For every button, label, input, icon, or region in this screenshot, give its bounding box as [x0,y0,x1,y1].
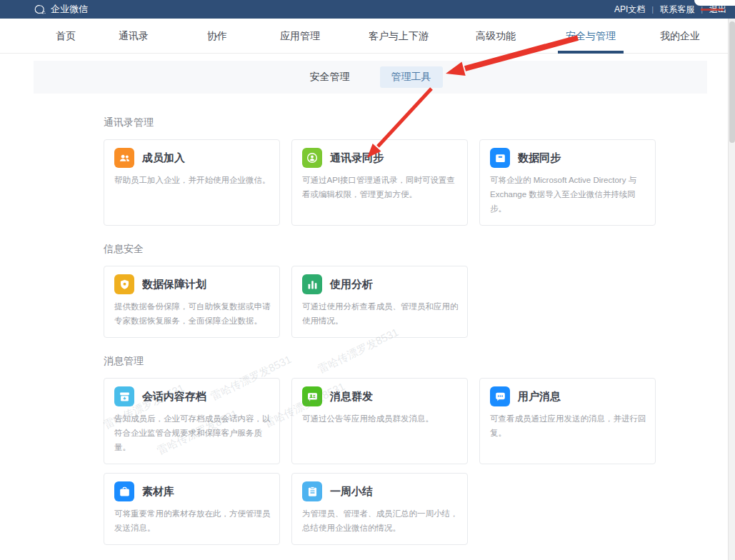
nav-item-apps[interactable]: 应用管理 [280,19,320,53]
archive-box-icon [114,386,134,406]
tab-management-tools[interactable]: 管理工具 [380,66,443,88]
card-desc: 可查看成员通过应用发送的消息，并进行回复。 [490,411,646,440]
card-member-join[interactable]: 成员加入 帮助员工加入企业，并开始使用企业微信。 [104,139,280,226]
card-data-protection-plan[interactable]: 数据保障计划 提供数据备份保障，可自助恢复数据或申请专家数据恢复服务，全面保障企… [104,266,280,338]
drawer-icon [490,148,510,168]
card-title: 用户消息 [518,390,561,404]
nav-item-customers[interactable]: 客户与上下游 [369,19,429,53]
card-title: 数据同步 [518,151,561,165]
card-title: 使用分析 [330,278,373,291]
active-nav-underline [558,51,624,54]
divider: | [651,5,654,14]
wechat-work-bubble-icon [34,4,46,16]
clipboard-icon [302,481,322,501]
nav-item-home[interactable]: 首页 [56,19,76,53]
card-material-library[interactable]: 素材库 可将重要常用的素材存放在此，方便管理员发送消息。 [104,473,280,545]
card-grid: 成员加入 帮助员工加入企业，并开始使用企业微信。 通讯录同步 可通过API接口管… [104,139,656,226]
card-title: 数据保障计划 [142,278,206,291]
card-chat-archive[interactable]: 会话内容存档 告知成员后，企业可存档成员会话内容，以符合企业监管合规要求和保障客… [104,378,280,464]
card-grid: 数据保障计划 提供数据备份保障，可自助恢复数据或申请专家数据恢复服务，全面保障企… [104,266,656,338]
card-usage-analytics[interactable]: 使用分析 可通过使用分析查看成员、管理员和应用的使用情况。 [291,266,468,338]
card-grid: 会话内容存档 告知成员后，企业可存档成员会话内容，以符合企业监管合规要求和保障客… [104,378,656,545]
broadcast-icon [302,386,322,406]
tab-security-management[interactable]: 安全管理 [299,66,361,88]
card-title: 通讯录同步 [330,151,384,165]
nav-item-advanced[interactable]: 高级功能 [476,19,516,53]
card-desc: 告知成员后，企业可存档成员会话内容，以符合企业监管合规要求和保障客户服务质量。 [114,411,271,454]
card-desc: 可通过API接口管理通讯录，同时可设置查看或编辑权限，管理更加方便。 [302,173,459,201]
card-desc: 可通过公告等应用给成员群发消息。 [302,411,459,426]
card-user-messages[interactable]: 用户消息 可查看成员通过应用发送的消息，并进行回复。 [479,378,656,464]
people-icon [114,148,134,168]
card-desc: 为管理员、管理者、成员汇总的一周小结，总结使用企业微信的情况。 [302,506,459,535]
card-title: 一周小结 [330,485,373,499]
card-title: 成员加入 [142,151,185,165]
card-desc: 可通过使用分析查看成员、管理员和应用的使用情况。 [302,299,459,328]
nav-item-contacts[interactable]: 通讯录 [119,19,149,53]
top-bar: 企业微信 API文档 | 联系客服 | 退出 [0,0,735,19]
page-scrollbar [728,19,735,560]
main-nav: 首页 通讯录 协作 应用管理 客户与上下游 高级功能 安全与管理 我的企业 [0,19,735,54]
section-label-contacts-management: 通讯录管理 [104,116,656,129]
management-tools-panel: 通讯录管理 成员加入 帮助员工加入企业，并开始使用企业微信。 [34,94,707,560]
card-message-broadcast[interactable]: 消息群发 可通过公告等应用给成员群发消息。 [291,378,468,464]
card-title: 消息群发 [330,390,373,404]
contact-support-link[interactable]: 联系客服 [660,4,694,16]
section-label-message-management: 消息管理 [104,355,656,368]
nav-item-security-mgmt[interactable]: 安全与管理 [566,19,616,53]
card-weekly-summary[interactable]: 一周小结 为管理员、管理者、成员汇总的一周小结，总结使用企业微信的情况。 [291,473,468,545]
card-title: 素材库 [142,485,174,499]
bar-chart-icon [302,274,322,294]
red-strike-annotation [701,9,724,11]
chat-dots-icon [490,386,510,406]
section-label-info-security: 信息安全 [104,243,656,256]
card-title: 会话内容存档 [142,390,206,404]
shield-icon [114,274,134,294]
card-data-sync[interactable]: 数据同步 可将企业的 Microsoft Active Directory 与 … [479,139,656,226]
brand-label: 企业微信 [51,3,88,16]
sub-tab-bar: 安全管理 管理工具 [34,61,707,94]
api-docs-link[interactable]: API文档 [614,4,645,16]
scrollbar-thumb[interactable] [729,21,735,143]
contact-sync-icon [302,148,322,168]
nav-item-collab[interactable]: 协作 [207,19,227,53]
card-contacts-sync[interactable]: 通讯录同步 可通过API接口管理通讯录，同时可设置查看或编辑权限，管理更加方便。 [291,139,468,226]
card-desc: 帮助员工加入企业，并开始使用企业微信。 [114,173,271,187]
card-desc: 可将重要常用的素材存放在此，方便管理员发送消息。 [114,506,271,535]
nav-item-my-company[interactable]: 我的企业 [660,19,700,53]
card-desc: 提供数据备份保障，可自助恢复数据或申请专家数据恢复服务，全面保障企业数据。 [114,299,271,328]
window-corner-artifact [694,0,735,6]
brand[interactable]: 企业微信 [34,3,88,16]
card-desc: 可将企业的 Microsoft Active Directory 与 Excha… [490,173,646,216]
briefcase-icon [114,481,134,501]
